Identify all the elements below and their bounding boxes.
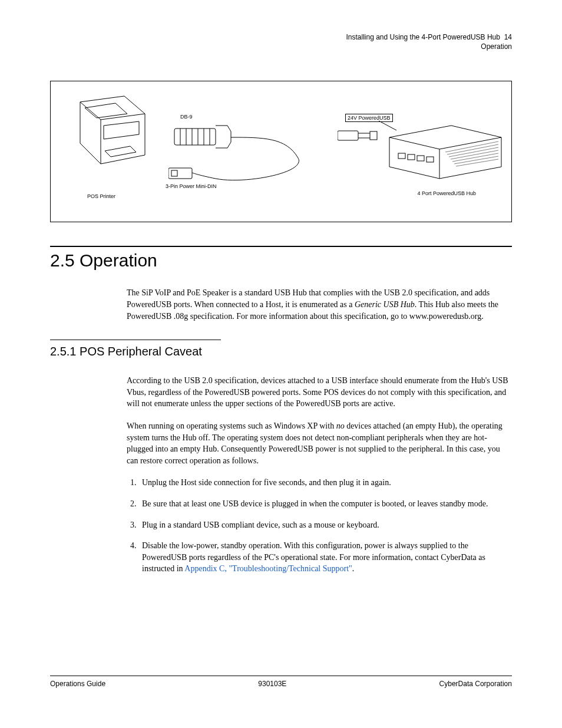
subsection-rule bbox=[50, 340, 221, 340]
list-item: Unplug the Host side connection for five… bbox=[138, 477, 512, 489]
page-footer: Operations Guide 930103E CyberData Corpo… bbox=[50, 676, 512, 688]
steps-list: Unplug the Host side connection for five… bbox=[138, 477, 512, 575]
pusb-connector-icon bbox=[338, 129, 379, 143]
page-header: Installing and Using the 4-Port PoweredU… bbox=[50, 32, 512, 51]
svg-rect-20 bbox=[338, 131, 358, 140]
printer-label: POS Printer bbox=[87, 193, 115, 199]
cable-icon bbox=[168, 114, 333, 190]
header-title: Installing and Using the 4-Port PoweredU… bbox=[346, 33, 500, 41]
header-subtitle: Operation bbox=[481, 42, 512, 51]
svg-rect-10 bbox=[408, 154, 415, 160]
p2-em: no bbox=[336, 421, 345, 430]
svg-rect-7 bbox=[168, 168, 192, 179]
svg-rect-11 bbox=[417, 156, 424, 161]
p1-em: Generic USB Hub bbox=[355, 300, 415, 309]
list-item: Be sure that at least one USB device is … bbox=[138, 498, 512, 510]
footer-center: 930103E bbox=[258, 680, 286, 688]
hub-label: 4 Port PoweredUSB Hub bbox=[417, 190, 476, 196]
connection-diagram: POS Printer DB-9 3-Pin Power Mini-DIN 24… bbox=[50, 81, 512, 222]
callout-line bbox=[379, 120, 396, 131]
svg-line-16 bbox=[451, 150, 498, 159]
sub-paragraph-1: According to the USB 2.0 specification, … bbox=[127, 375, 512, 410]
pos-printer-icon bbox=[68, 93, 148, 176]
svg-line-19 bbox=[456, 159, 498, 166]
header-page-num: 14 bbox=[504, 33, 512, 41]
p2-text-a: When running on operating systems such a… bbox=[127, 421, 336, 430]
svg-rect-9 bbox=[398, 153, 405, 159]
list-item: Disable the low-power, standby operation… bbox=[138, 540, 512, 575]
appendix-link[interactable]: Appendix C, "Troubleshooting/Technical S… bbox=[184, 564, 352, 573]
footer-right: CyberData Corporation bbox=[439, 680, 512, 688]
svg-line-15 bbox=[449, 147, 498, 157]
list-item: Plug in a standard USB compliant device,… bbox=[138, 519, 512, 531]
section-rule bbox=[50, 246, 512, 247]
footer-left: Operations Guide bbox=[50, 680, 105, 688]
svg-rect-12 bbox=[427, 157, 434, 162]
section-paragraph-1: The SiP VoIP and PoE Speaker is a standa… bbox=[127, 287, 512, 322]
db9-label: DB-9 bbox=[180, 114, 193, 120]
svg-rect-8 bbox=[171, 170, 177, 176]
mini-din-label: 3-Pin Power Mini-DIN bbox=[166, 183, 217, 189]
sub-paragraph-2: When running on operating systems such a… bbox=[127, 420, 512, 466]
subsection-heading: 2.5.1 POS Peripheral Caveat bbox=[50, 345, 512, 358]
svg-line-24 bbox=[379, 121, 396, 130]
step4-b: . bbox=[352, 564, 355, 573]
svg-rect-23 bbox=[370, 131, 377, 140]
hub-icon bbox=[386, 111, 504, 182]
section-heading: 2.5 Operation bbox=[50, 251, 512, 271]
